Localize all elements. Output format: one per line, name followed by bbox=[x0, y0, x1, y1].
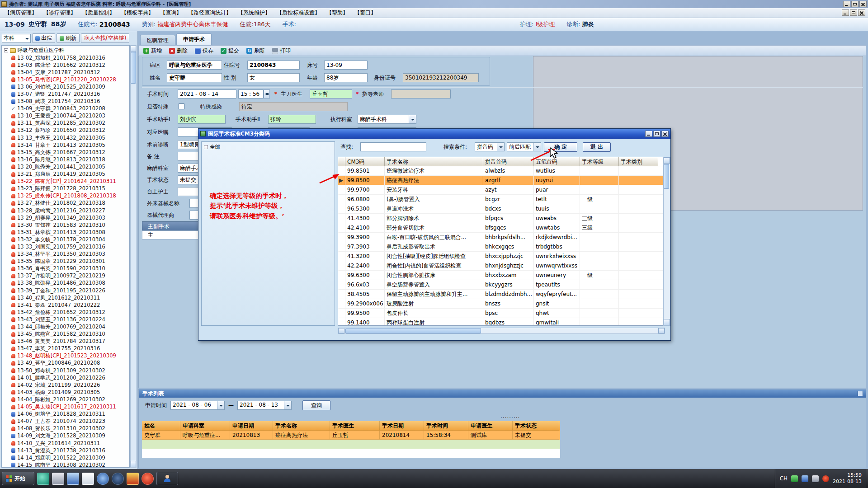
close-button[interactable] bbox=[859, 1, 867, 7]
scroll-down-arrow[interactable] bbox=[131, 461, 136, 467]
patient-tree-item[interactable]: 14-03_杨嫄_2101409_20210305 bbox=[2, 389, 129, 396]
cm3-table-vscrollbar[interactable] bbox=[663, 157, 670, 326]
patient-tree-item[interactable]: 13-12_蔡巧珍_2101650_20210312 bbox=[2, 127, 129, 134]
patient-tree-item[interactable]: 14-10_吴兴_2101614_20210311 bbox=[2, 440, 129, 447]
dialog-close-button[interactable] bbox=[661, 131, 669, 137]
dialog-minimize-button[interactable] bbox=[645, 131, 652, 137]
patient-tree-item[interactable]: 13-15_高文拣_2101667_20210312 bbox=[2, 149, 129, 156]
quicklaunch-icon-3[interactable] bbox=[67, 473, 79, 485]
mdi-close-button[interactable] bbox=[858, 9, 865, 16]
cm3-table-row[interactable]: 99.9700 安装牙科 azyt puar bbox=[338, 185, 665, 195]
patient-tree-item[interactable]: 14-04_陈彬如_2101269_20210302 bbox=[2, 396, 129, 403]
maximize-button[interactable] bbox=[851, 1, 859, 7]
toolbar-button[interactable]: ↻ 刷新 bbox=[245, 46, 269, 56]
menu-item[interactable]: 【帮助】 bbox=[324, 8, 351, 18]
patient-tree-item[interactable]: 13-02_郑加棋_2101758_20210316 bbox=[2, 54, 129, 61]
surgery-date-field[interactable]: 2021 - 08 - 14 bbox=[178, 89, 236, 99]
time-spinner[interactable] bbox=[264, 89, 270, 99]
menu-item[interactable]: 【系统维护】 bbox=[235, 8, 273, 18]
cm3-table-row[interactable]: 38.4505 保留主动脉瓣的主动脉瓣和升主... blzdmddzdmbh..… bbox=[338, 290, 665, 299]
patient-tree-item[interactable]: 13-03_陈泳华_2101662_20210312 bbox=[2, 61, 129, 69]
surgery-table-header-cell[interactable]: 手术名称 bbox=[273, 421, 330, 431]
menu-item[interactable]: 【病历管理】 bbox=[2, 8, 40, 18]
patient-tree-item[interactable]: 13-44_邱艳芳_2100769_20210204 bbox=[2, 323, 129, 330]
confirm-button[interactable]: 确 定 bbox=[544, 142, 577, 152]
scroll-down-arrow[interactable] bbox=[664, 319, 670, 325]
tray-icon-messenger[interactable] bbox=[791, 475, 798, 482]
patient-tree-item[interactable]: 13-37_许祖明_2100972_20210219 bbox=[2, 272, 129, 280]
cm3-table-header-cell[interactable]: 手术等级 bbox=[580, 157, 619, 166]
patient-tree-item[interactable]: 14-02_宋城_2101199_20210226 bbox=[2, 381, 129, 389]
patient-tree-item[interactable]: 14-14_郑庭明_2101522_20210309 bbox=[2, 454, 129, 461]
quicklaunch-icon-2[interactable] bbox=[52, 473, 64, 485]
patient-tree-item[interactable]: 13-42_詹俭栋_2101652_20210312 bbox=[2, 309, 129, 316]
bed-field[interactable]: 13-09 bbox=[324, 61, 368, 70]
date-from-select[interactable]: 2021 - 08 - 06 bbox=[170, 401, 225, 410]
exit-button[interactable]: 退 出 bbox=[583, 142, 611, 152]
mdi-restore-button[interactable] bbox=[850, 9, 857, 16]
quicklaunch-icon-1[interactable] bbox=[37, 473, 49, 485]
surgery-list-collapse-icon[interactable] bbox=[858, 391, 863, 396]
menu-item[interactable]: 【质控标准设置】 bbox=[274, 8, 323, 18]
discharge-button[interactable]: 出院 bbox=[32, 33, 55, 43]
name-field[interactable]: 史守群 bbox=[167, 73, 222, 82]
cm3-table-row[interactable]: 41.4300 部分脾切除术 bfpqcs uweabs 三级 bbox=[338, 214, 665, 223]
surgery-table-header-cell[interactable]: 手术状态 bbox=[513, 421, 559, 431]
toolbar-button[interactable]: × 删除 bbox=[167, 46, 191, 56]
cm3-table-row[interactable]: 99.1400 丙种球蛋白注射 bqdbzs gmwitali bbox=[338, 318, 665, 326]
quicklaunch-icon-8[interactable] bbox=[142, 473, 154, 485]
quicklaunch-icon-7[interactable] bbox=[127, 473, 139, 485]
cm3-table-header-cell[interactable]: 拼音首码 bbox=[483, 157, 534, 166]
patient-tree-item[interactable]: 13-09_史守群_2100843_20210208 bbox=[2, 105, 129, 113]
tab-orders[interactable]: 医嘱管理 bbox=[140, 35, 175, 45]
surgery-table-header-cell[interactable]: 手术日期 bbox=[380, 421, 424, 431]
toolbar-button[interactable]: ✓ 提交 bbox=[219, 46, 243, 56]
menu-item[interactable]: 【质量控制】 bbox=[80, 8, 118, 18]
patient-tree-item[interactable]: 14-07_王吉春_2101074_20210223 bbox=[2, 418, 129, 425]
surgery-table-row[interactable]: 史守群 呼吸与危重症... 20210813 癌症高热疗法 丘玉哲 202108… bbox=[142, 431, 560, 440]
surgery-table-header-cell[interactable]: 手术时间 bbox=[424, 421, 468, 431]
cm3-table-row[interactable]: 96.6x03 鼻空肠营养管置入 bkcyygzrs tpeautlts bbox=[338, 280, 665, 290]
surgery-table-header-cell[interactable]: 申请日期 bbox=[230, 421, 273, 431]
patient-tree-item[interactable]: 13-34_林坚平_2101350_20210303 bbox=[2, 251, 129, 258]
tray-icon-keyboard[interactable] bbox=[812, 475, 819, 482]
patient-tree-item[interactable]: 13-31_林章槟_2101413_20210308 bbox=[2, 229, 129, 236]
patient-tree-item[interactable]: 13-22_陈有光[CP]_2101624_20210311 bbox=[2, 178, 129, 185]
cm3-table-header-cell[interactable]: 五笔首码 bbox=[534, 157, 580, 166]
refresh-patients-button[interactable]: 刷新 bbox=[57, 33, 80, 43]
taskbar-clock[interactable]: 15:59 2021-08-13 bbox=[833, 472, 862, 485]
patient-tree-item[interactable]: 13-28_梁鸣莺_2101216_20210227 bbox=[2, 207, 129, 214]
assistant2-field[interactable]: 张玲 bbox=[268, 115, 316, 124]
patient-tree-item[interactable]: 13-21_郑康辰_2101419_20210305 bbox=[2, 171, 129, 178]
cm3-table-row[interactable]: 96.5300 鼻道冲洗术 bdcxs tuuis bbox=[338, 204, 665, 214]
cm3-table-row[interactable]: 42.2400 闭合性[内镜的]食管活组织检查 bhxnjdsghzzjc uw… bbox=[338, 261, 665, 271]
surgery-table-header-cell[interactable]: 姓名 bbox=[142, 421, 180, 431]
patient-tree-item[interactable]: 13-43_刘慧玉_2101136_20210224 bbox=[2, 316, 129, 323]
cm3-table-row[interactable]: 96.0800 (鼻-)肠管置入 bcgzr tetlt 一级 bbox=[338, 195, 665, 204]
patient-tree-item[interactable]: 13-41_秦磊_2101047_20210222 bbox=[2, 301, 129, 309]
menu-item[interactable]: 【窗口】 bbox=[352, 8, 379, 18]
department-select[interactable]: 本科 bbox=[2, 34, 31, 43]
cm3-table-header-cell[interactable]: 手术类别 bbox=[619, 157, 658, 166]
cm3-table-row[interactable]: 99.8501 癌瘤微波治疗术 alwbzls wutiius bbox=[338, 166, 665, 176]
patient-tree-item[interactable]: 13-11_黄惠深_2101285_20210302 bbox=[2, 120, 129, 127]
mdi-minimize-button[interactable] bbox=[842, 9, 849, 16]
tray-icon-volume[interactable] bbox=[822, 475, 829, 482]
surgery-time-field[interactable]: 15 : 56 bbox=[238, 89, 264, 99]
running-app-button[interactable] bbox=[156, 472, 178, 485]
patient-tree-item[interactable]: 13-48_赵明桢[CP]_2101523_20210309 bbox=[2, 352, 129, 360]
patient-tree-item[interactable]: 13-10_王爱霞_2100744_20210203 bbox=[2, 113, 129, 120]
patient-tree-item[interactable]: 13-30_雷知莲_2101583_20210310 bbox=[2, 221, 129, 229]
patient-tree-item[interactable]: 13-20_陈秀芳_2101441_20210305 bbox=[2, 163, 129, 170]
special-checkbox[interactable] bbox=[179, 103, 184, 109]
query-button[interactable]: 查询 bbox=[302, 400, 330, 410]
sex-field[interactable]: 女 bbox=[247, 73, 300, 82]
toolbar-button[interactable]: 打印 bbox=[270, 46, 294, 56]
patient-tree-item[interactable]: 13-04_安康_2101787_20210312 bbox=[2, 69, 129, 76]
patient-tree-item[interactable]: 13-07_诸暨_2101747_20210316 bbox=[2, 90, 129, 98]
patient-tree-item[interactable]: 13-25_虞永传[CP]_2101808_20210318 bbox=[2, 192, 129, 200]
patient-tree-item[interactable]: 13-46_黄美美_2101784_20210317 bbox=[2, 338, 129, 345]
patient-tree-item[interactable]: 13-05_马书贤[CP]_2101220_20210228 bbox=[2, 76, 129, 83]
cm3-table-hscrollbar[interactable] bbox=[338, 328, 665, 334]
tab-apply-surgery[interactable]: 申请手术 bbox=[176, 33, 212, 45]
